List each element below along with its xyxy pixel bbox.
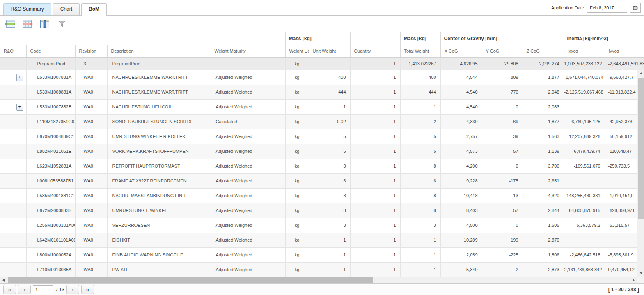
scroll-down-button[interactable] bbox=[637, 270, 644, 277]
cell-maturity: Adjusted Weighed bbox=[211, 262, 285, 277]
scroll-up-button[interactable] bbox=[637, 70, 644, 77]
column-header[interactable]: Total Weight bbox=[400, 45, 440, 57]
select-column-button[interactable] bbox=[39, 18, 51, 29]
cell-quantity: 1 bbox=[350, 70, 400, 85]
column-header[interactable]: Code bbox=[26, 45, 75, 57]
cell-unit_weight: 8 bbox=[309, 159, 350, 173]
cell-description: FRAME AT X9227 REINFORCEMEN bbox=[107, 173, 211, 188]
cell-z_cog: 2,844 bbox=[523, 203, 564, 218]
column-header[interactable]: Unit Weight bbox=[309, 45, 350, 57]
table-insert-row-icon bbox=[5, 19, 16, 28]
cell-description: PW KIT bbox=[107, 262, 211, 277]
cell-code: L110M1827051G6 bbox=[26, 114, 75, 129]
cell-y_cog: -809 bbox=[482, 70, 523, 85]
next-page-button[interactable]: › bbox=[66, 285, 79, 294]
cell-description: VERZURROESEN bbox=[107, 218, 211, 233]
scroll-right-button[interactable] bbox=[630, 277, 637, 283]
cell-code: L535M4001881C1 bbox=[26, 188, 75, 203]
cell-z_cog: 2,651 bbox=[523, 173, 564, 188]
column-header[interactable]: Z CoG bbox=[523, 45, 564, 57]
first-page-button[interactable]: « bbox=[3, 285, 16, 294]
vertical-scrollbar[interactable] bbox=[637, 70, 644, 277]
application-date-group: Application Date bbox=[551, 3, 641, 13]
cell-maturity: Adjusted Weighed bbox=[211, 99, 285, 114]
cell-quantity: 1 bbox=[350, 159, 400, 173]
cell-total_weight: 1 bbox=[400, 99, 440, 114]
cell-y_cog: -175 bbox=[482, 173, 523, 188]
cell-unit_weight: 5 bbox=[309, 144, 350, 159]
cell-y_cog: 13 bbox=[482, 188, 523, 203]
cell-maturity: Calculated bbox=[211, 114, 285, 129]
page-count-label: / 13 bbox=[56, 287, 64, 293]
cell-uom: kg bbox=[285, 159, 309, 173]
column-header[interactable]: Quantity bbox=[350, 45, 400, 57]
column-header[interactable]: Iyycg bbox=[605, 45, 644, 57]
cell-code: L623M1052881A bbox=[26, 159, 75, 173]
cell-unit_weight: 0.02 bbox=[309, 114, 350, 129]
cell-z_cog: 1,806 bbox=[523, 247, 564, 262]
column-header[interactable]: Weight Maturity bbox=[211, 45, 285, 57]
cell-maturity: Adjusted Weighed bbox=[211, 159, 285, 173]
table-row: L800M1000052AWA0EINB.AUDIO WARNING SINGE… bbox=[0, 247, 644, 262]
group-header: Center of Gravity [mm] bbox=[440, 32, 564, 45]
application-date-input[interactable] bbox=[587, 3, 627, 13]
delete-row-button[interactable] bbox=[21, 18, 34, 29]
cell-description: EICHKIT bbox=[107, 233, 211, 247]
cell-y_cog: 29.808 bbox=[482, 57, 523, 70]
expand-button[interactable]: + bbox=[16, 74, 23, 81]
cell-uom: kg bbox=[285, 218, 309, 233]
cell-ro bbox=[0, 144, 26, 159]
cell-ro bbox=[0, 218, 26, 233]
cell-description: RETROFIT HAUPTROTORMAST bbox=[107, 159, 211, 173]
last-page-button[interactable]: » bbox=[81, 285, 94, 294]
prev-page-button[interactable]: ‹ bbox=[18, 285, 31, 294]
page-input[interactable] bbox=[33, 285, 53, 294]
cell-y_cog: -2 bbox=[482, 262, 523, 277]
cell-z_cog: 4,320 bbox=[523, 188, 564, 203]
cell-unit_weight: 400 bbox=[309, 70, 350, 85]
horizontal-scroll-thumb[interactable] bbox=[8, 277, 373, 283]
cell-ro bbox=[0, 262, 26, 277]
cell-code: ProgramtProd bbox=[26, 57, 75, 70]
table-delete-row-icon bbox=[22, 19, 33, 28]
cell-total_weight: 2 bbox=[400, 114, 440, 129]
cell-total_weight: 1,413.022267 bbox=[400, 57, 440, 70]
horizontal-scrollbar[interactable] bbox=[0, 277, 637, 283]
cell-z_cog: 1,563 bbox=[523, 129, 564, 144]
column-header[interactable]: Description bbox=[107, 45, 211, 57]
column-header[interactable]: Y CoG bbox=[482, 45, 523, 57]
cell-code: L533M1008881A bbox=[26, 85, 75, 99]
column-header[interactable]: R&O bbox=[0, 45, 26, 57]
cell-total_weight: 3 bbox=[400, 218, 440, 233]
column-header[interactable]: Ixxcg bbox=[564, 45, 605, 57]
cell-revision: WA0 bbox=[75, 70, 107, 85]
cell-x_cog: 5,349 bbox=[440, 262, 482, 277]
cell-uom: kg bbox=[285, 129, 309, 144]
cell-x_cog: 4,540 bbox=[440, 99, 482, 114]
expand-button[interactable]: + bbox=[16, 104, 23, 111]
column-header[interactable]: Revision bbox=[75, 45, 107, 57]
tab-bom[interactable]: BoM bbox=[81, 3, 107, 16]
filter-button[interactable] bbox=[56, 18, 68, 29]
column-header[interactable]: X CoG bbox=[440, 45, 482, 57]
cell-code: L800M1000052A bbox=[26, 247, 75, 262]
scroll-left-button[interactable] bbox=[0, 277, 7, 283]
cell-unit_weight: 1 bbox=[309, 233, 350, 247]
tab-ro-summary[interactable]: R&O Summary bbox=[3, 3, 51, 15]
calendar-button[interactable] bbox=[630, 3, 641, 13]
cell-revision: WA0 bbox=[75, 188, 107, 203]
cell-total_weight: 400 bbox=[400, 70, 440, 85]
cell-ro bbox=[0, 57, 26, 70]
table-row: L623M1052881AWA0RETROFIT HAUPTROTORMASTA… bbox=[0, 159, 644, 173]
vertical-scroll-thumb[interactable] bbox=[638, 78, 644, 219]
cell-z_cog: 3,700 bbox=[523, 159, 564, 173]
cell-code: L533M1007882B bbox=[26, 99, 75, 114]
cell-ro bbox=[0, 129, 26, 144]
tab-chart[interactable]: Chart bbox=[53, 3, 80, 15]
cell-description: VORK.VERK.KRAFTSTOFFPUMPEN bbox=[107, 144, 211, 159]
cell-unit_weight: 1 bbox=[309, 99, 350, 114]
cell-y_cog: 0 bbox=[482, 218, 523, 233]
insert-row-button[interactable] bbox=[4, 18, 16, 29]
table-row: L533M1008881AWA0NACHRUEST.KLEMME WART.TR… bbox=[0, 85, 644, 99]
column-header[interactable]: Weight UoM bbox=[285, 45, 309, 57]
